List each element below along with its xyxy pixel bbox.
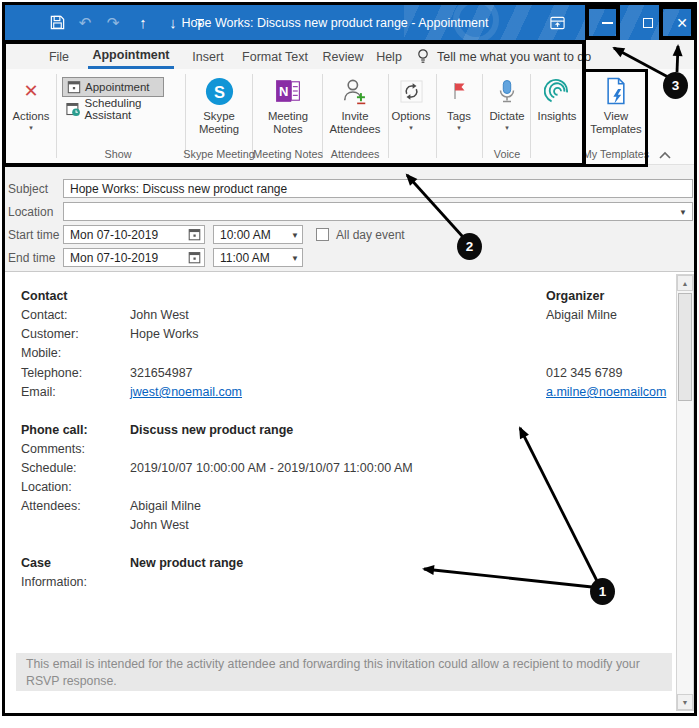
case-label: Case (21, 556, 51, 572)
red-x-icon: ✕ (23, 73, 38, 109)
annotation-circle-1: 1 (590, 578, 615, 605)
redo-button[interactable]: ↷ (101, 5, 125, 40)
case-value: New product range (130, 556, 243, 572)
group-divider (322, 74, 323, 158)
save-button[interactable] (45, 5, 69, 40)
insights-icon (544, 73, 570, 109)
tab-file[interactable]: File (44, 44, 74, 69)
end-time-input[interactable]: 11:00 AM (213, 248, 303, 267)
row-value: 2019/10/07 10:00:00 AM - 2019/10/07 11:0… (130, 461, 413, 477)
contact-email-link[interactable]: jwest@noemail.com (130, 385, 242, 401)
undo-button[interactable]: ↶ (73, 5, 97, 40)
actions-button[interactable]: ✕ Actions ▾ (8, 73, 54, 131)
row-value: John West (130, 518, 189, 534)
case-label-line2: Information: (21, 575, 87, 591)
end-date-input[interactable]: Mon 07-10-2019 (63, 248, 205, 267)
end-time-label: End time (8, 251, 55, 265)
dropdown-caret-icon: ▾ (457, 125, 461, 131)
insights-button[interactable]: Insights (534, 73, 580, 123)
start-date-input[interactable]: Mon 07-10-2019 (63, 225, 205, 244)
appointment-body[interactable]: Contact Organizer Contact: John West Abi… (5, 271, 694, 713)
microphone-icon (497, 73, 517, 109)
minimize-button[interactable] (593, 5, 621, 40)
lightbulb-icon (416, 48, 430, 66)
appointment-view-button[interactable]: Appointment (62, 77, 164, 97)
start-date-picker-icon[interactable] (188, 228, 201, 241)
contact-heading: Contact (21, 289, 68, 305)
row-label: Phone call: (21, 423, 88, 439)
all-day-event-checkbox[interactable] (316, 228, 329, 241)
subject-label: Subject (8, 182, 48, 196)
skype-meeting-button[interactable]: S Skype Meeting (188, 73, 250, 136)
flag-icon (449, 73, 469, 109)
end-date-picker-icon[interactable] (188, 251, 201, 264)
group-label-my-templates: My Templates (583, 148, 649, 160)
group-divider (530, 74, 531, 158)
row-label: Customer: (21, 327, 79, 343)
location-input[interactable] (63, 202, 693, 221)
location-label: Location (8, 205, 53, 219)
subject-input[interactable]: Hope Works: Discuss new product range (63, 179, 693, 198)
calendar-icon (67, 80, 81, 94)
annotation-circle-2: 2 (457, 233, 482, 260)
close-button[interactable]: ✕ (668, 5, 694, 40)
invite-attendees-icon (342, 73, 368, 109)
group-label-attendees: Attendees (331, 148, 380, 160)
tab-help[interactable]: Help (372, 44, 406, 69)
undo-icon: ↶ (79, 15, 92, 30)
group-divider (388, 74, 389, 158)
start-time-dropdown-caret-icon[interactable]: ▼ (291, 231, 299, 240)
outlook-appointment-window: ↶ ↷ ↑ ↓ ▾ Hope Works: Discuss new produc… (0, 0, 699, 728)
all-day-event-label: All day event (336, 228, 405, 242)
view-templates-button[interactable]: View Templates (587, 73, 645, 136)
row-label: Location: (21, 480, 72, 496)
meeting-notes-button[interactable]: N Meeting Notes (258, 73, 318, 136)
tab-format-text[interactable]: Format Text (240, 44, 310, 69)
vertical-scrollbar[interactable]: ▲ ▼ (676, 274, 694, 711)
row-value: 321654987 (130, 366, 193, 382)
tell-me-box[interactable]: Tell me what you want to do (416, 44, 591, 69)
svg-text:N: N (279, 84, 288, 99)
start-time-label: Start time (8, 228, 59, 242)
options-button[interactable]: Options ▾ (390, 73, 432, 131)
organizer-name: Abigail Milne (546, 308, 617, 324)
scroll-up-button[interactable]: ▲ (677, 275, 693, 291)
tab-review[interactable]: Review (320, 44, 366, 69)
close-icon: ✕ (676, 15, 688, 31)
group-divider (56, 74, 57, 158)
scroll-down-icon: ▼ (682, 699, 689, 706)
dictate-button[interactable]: Dictate ▾ (486, 73, 528, 131)
minimize-icon (602, 22, 613, 24)
tags-button[interactable]: Tags ▾ (440, 73, 478, 131)
redo-icon: ↷ (107, 15, 120, 30)
end-time-dropdown-caret-icon[interactable]: ▼ (291, 254, 299, 263)
tab-insert[interactable]: Insert (188, 44, 228, 69)
dropdown-caret-icon: ▾ (505, 125, 509, 131)
view-templates-icon (605, 73, 628, 109)
row-label: Email: (21, 385, 56, 401)
group-label-skype-meeting: Skype Meeting (183, 148, 254, 160)
row-value: Abigail Milne (130, 499, 201, 515)
row-label: Comments: (21, 442, 85, 458)
row-label: Mobile: (21, 346, 61, 362)
row-value: John West (130, 308, 189, 324)
row-label: Attendees: (21, 499, 81, 515)
group-divider (436, 74, 437, 158)
collapse-ribbon-button[interactable] (658, 147, 672, 159)
scroll-down-button[interactable]: ▼ (677, 694, 693, 710)
scrollbar-thumb[interactable] (678, 293, 692, 401)
invite-attendees-button[interactable]: Invite Attendees (325, 73, 385, 136)
tab-appointment[interactable]: Appointment (88, 44, 174, 69)
ribbon-display-options-button[interactable] (543, 5, 571, 40)
group-divider (252, 74, 253, 158)
window-title: Hope Works: Discuss new product range - … (135, 5, 535, 40)
chevron-up-icon (658, 151, 672, 161)
row-label: Contact: (21, 308, 68, 324)
start-time-input[interactable]: 10:00 AM (213, 225, 303, 244)
organizer-email-link[interactable]: a.milne@noemailcom (546, 385, 666, 401)
scroll-up-icon: ▲ (682, 280, 689, 287)
scheduling-assistant-button[interactable]: Scheduling Assistant (62, 99, 192, 119)
maximize-button[interactable] (634, 5, 662, 40)
location-dropdown-caret-icon[interactable]: ▼ (679, 208, 687, 217)
dropdown-caret-icon: ▾ (409, 125, 413, 131)
